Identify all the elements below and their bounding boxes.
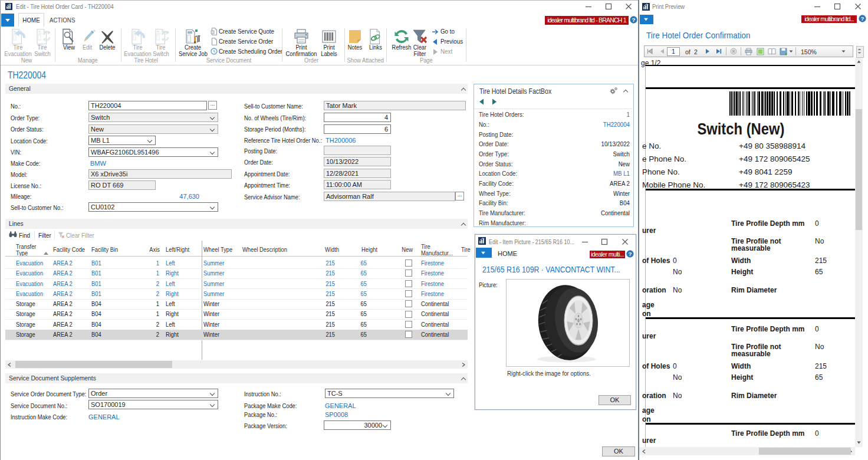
svg-text:?: ? [632, 17, 636, 23]
svg-text:?: ? [629, 251, 632, 257]
svg-text:?: ? [861, 15, 864, 22]
